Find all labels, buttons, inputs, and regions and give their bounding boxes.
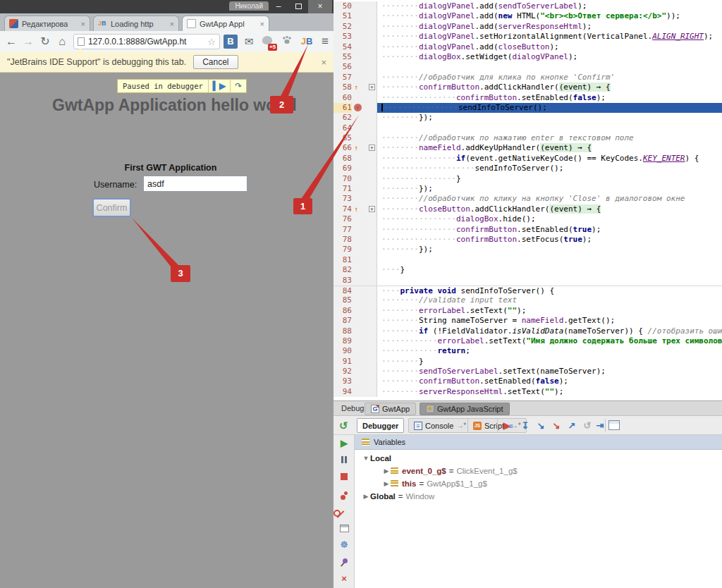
code-text[interactable]: ········if (!FieldValidator.isValidData(… (377, 326, 722, 336)
gutter[interactable]: 53 (334, 32, 377, 42)
tab-close-icon[interactable]: × (81, 20, 85, 28)
code-text[interactable]: ········serverResponseHtml.setText(""); (377, 387, 722, 397)
gutter[interactable]: 60 (334, 93, 377, 103)
gutter[interactable]: 89 (334, 336, 377, 346)
settings-gear-icon[interactable]: ☸ (334, 539, 355, 551)
gutter[interactable]: 79 (334, 245, 377, 255)
pause-program-icon[interactable] (334, 455, 355, 466)
chevron-right-icon[interactable]: ▶ (382, 480, 391, 487)
code-text[interactable]: ········dialogVPanel.add(sendToServerLab… (377, 1, 722, 11)
gutter[interactable]: 86 (334, 306, 377, 316)
gutter[interactable]: 70 (334, 174, 377, 184)
code-text[interactable]: ········confirmButton.setEnabled(false); (377, 376, 722, 386)
username-input[interactable] (143, 176, 247, 192)
fold-icon[interactable]: + (369, 84, 375, 90)
fold-icon[interactable]: + (369, 145, 375, 151)
confirm-button[interactable]: Confirm (92, 198, 131, 217)
code-text[interactable]: ········nameField.addKeyUpHandler((event… (377, 143, 722, 153)
code-text[interactable]: ········dialogVPanel.add(new HTML("<br><… (377, 11, 722, 21)
gutter[interactable]: 84 (334, 286, 377, 295)
code-text[interactable]: ········}); (377, 184, 722, 194)
code-text[interactable]: ········//validate input text (377, 295, 722, 305)
gutter[interactable]: 85 (334, 295, 377, 305)
restore-layout-icon[interactable] (334, 524, 355, 535)
browser-tab-editor[interactable]: Редактирова × (4, 16, 90, 31)
code-text[interactable]: ················if(event.getNativeKeyCod… (377, 154, 722, 164)
tab-debugger[interactable]: Debugger (357, 418, 404, 433)
step-over-banner-icon[interactable]: ↷ (230, 80, 246, 92)
gutter[interactable]: 82 (334, 265, 377, 275)
gutter[interactable]: 64 (334, 123, 377, 133)
extension-plus5-icon[interactable]: +5 (260, 35, 274, 49)
tab-close-icon[interactable]: × (170, 20, 174, 28)
gutter[interactable]: 90 (334, 346, 377, 356)
gutter[interactable]: 74↑+ (334, 204, 377, 214)
chevron-down-icon[interactable]: ▼ (362, 455, 370, 462)
gutter[interactable]: 81 (334, 255, 377, 265)
chevron-right-icon[interactable]: ▶ (362, 493, 370, 500)
fold-icon[interactable]: + (369, 206, 375, 212)
gutter[interactable]: 87 (334, 316, 377, 326)
gutter[interactable]: 88 (334, 326, 377, 336)
gutter[interactable]: 65 (334, 133, 377, 143)
rerun-icon[interactable]: ↺ (339, 419, 348, 432)
forward-icon[interactable]: → (21, 33, 35, 50)
code-text[interactable]: ········}); (377, 245, 722, 255)
chrome-menu-icon[interactable]: ≡ (318, 35, 332, 49)
resume-program-icon[interactable]: ▶ (334, 438, 355, 449)
gutter[interactable]: 91 (334, 357, 377, 367)
code-text[interactable]: ········errorLabel.setText(""); (377, 306, 722, 316)
code-text[interactable]: ········dialogVPanel.add(serverResponseH… (377, 22, 722, 32)
gutter[interactable]: 78 (334, 235, 377, 245)
chevron-right-icon[interactable]: ▶ (382, 467, 391, 474)
tab-close-icon[interactable]: × (260, 20, 264, 28)
url-text[interactable]: 127.0.0.1:8888/GwtApp.ht (88, 37, 204, 47)
code-text[interactable]: ················} (377, 174, 722, 184)
mute-breakpoints-icon[interactable] (334, 508, 341, 519)
infobar-close-icon[interactable]: × (321, 57, 326, 68)
code-text[interactable]: ········confirmButton.addClickHandler((e… (377, 82, 722, 92)
code-editor[interactable]: 50········dialogVPanel.add(sendToServerL… (334, 0, 722, 400)
gutter[interactable]: 62 (334, 113, 377, 123)
code-text[interactable]: ········dialogVPanel.setHorizontalAlignm… (377, 32, 722, 42)
code-text[interactable]: ········closeButton.addClickHandler((eve… (377, 204, 722, 214)
mail-extension-icon[interactable]: ✉ (242, 35, 256, 49)
code-text[interactable]: ············return; (377, 346, 722, 356)
home-icon[interactable]: ⌂ (55, 33, 69, 50)
address-bar[interactable]: 127.0.0.1:8888/GwtApp.ht ☆ (73, 34, 220, 49)
close-window-button[interactable]: × (308, 0, 332, 13)
gutter[interactable]: 57 (334, 73, 377, 82)
code-text[interactable]: ········} (377, 357, 722, 367)
back-icon[interactable]: ← (4, 33, 18, 50)
code-text[interactable]: ········}); (377, 113, 722, 123)
browser-tab-gwtapp[interactable]: GwtApp Appl × (182, 16, 269, 31)
code-text[interactable]: ········dialogBox.setWidget(dialogVPanel… (377, 52, 722, 62)
resume-script-icon[interactable]: ▍▶ (208, 80, 230, 92)
code-text[interactable]: ············errorLabel.setText("Имя долж… (377, 336, 722, 346)
session-tab-gwtapp[interactable]: G GwtApp (365, 403, 416, 415)
gutter[interactable]: 71 (334, 184, 377, 194)
tab-console[interactable]: ≡ Console →* (408, 418, 472, 433)
gutter[interactable]: 61✓ (334, 103, 377, 113)
gutter[interactable]: 55 (334, 52, 377, 62)
gutter[interactable]: 73 (334, 194, 377, 204)
gutter[interactable]: 76 (334, 214, 377, 224)
jetbrains-ide-support-icon[interactable]: JB (300, 35, 314, 49)
variable-row-event_0_g$[interactable]: ▶event_0_g$=ClickEvent_1_g$ (355, 465, 722, 477)
gutter[interactable]: 94 (334, 387, 377, 397)
gutter[interactable]: 69 (334, 164, 377, 173)
evaluate-expression-icon[interactable] (608, 420, 620, 430)
step-into-icon[interactable]: ↘ (534, 419, 548, 432)
gutter[interactable]: 58↑+ (334, 82, 377, 92)
variable-row-Global[interactable]: ▶Global=Window (355, 490, 722, 503)
code-text[interactable] (377, 276, 722, 286)
variable-row-Local[interactable]: ▼Local (355, 452, 722, 465)
step-over-icon[interactable]: ↧ (518, 419, 532, 432)
gutter[interactable]: 51 (334, 11, 377, 21)
code-text[interactable]: ················dialogBox.hide(); (377, 214, 722, 224)
code-text[interactable]: ····private void sendInfoToServer() { (377, 286, 722, 295)
code-text[interactable]: ····················sendInfoToServer(); (377, 164, 722, 173)
gutter[interactable]: 54 (334, 42, 377, 52)
lambda-gutter-icon[interactable]: ↑ (354, 82, 358, 92)
lambda-gutter-icon[interactable]: ↑ (354, 204, 358, 214)
